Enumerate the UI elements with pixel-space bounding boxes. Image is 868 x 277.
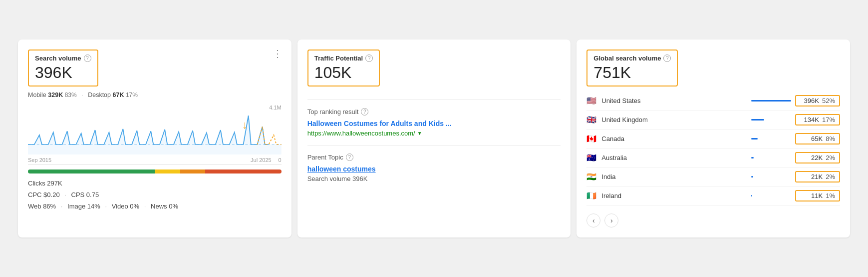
bar-green <box>28 170 155 174</box>
traffic-potential-card: Traffic Potential ? 105K Top ranking res… <box>297 40 571 238</box>
search-volume-card: ⋮ Search volume ? 396K Mobile 329K 83% ·… <box>18 40 291 238</box>
country-bar <box>751 100 791 102</box>
country-row: 🇮🇪 Ireland 11K 1% <box>586 186 840 206</box>
country-name: Australia <box>601 154 751 162</box>
search-volume-label: Search volume <box>35 54 81 62</box>
chart-end-date: Jul 2025 <box>251 157 272 163</box>
search-volume-value: 396K <box>35 64 91 82</box>
serp-color-bar <box>28 170 282 174</box>
country-pct: 17% <box>822 116 835 124</box>
clicks-row: Clicks 297K <box>28 180 282 187</box>
news-value: 0% <box>169 202 178 210</box>
search-volume-title: Search volume ? <box>35 54 91 62</box>
traffic-potential-value: 105K <box>314 64 373 82</box>
country-name: United States <box>601 97 751 104</box>
top-result-title[interactable]: Halloween Costumes for Adults and Kids .… <box>307 120 561 128</box>
country-row: 🇮🇳 India 21K 2% <box>586 168 840 186</box>
country-pct: 8% <box>826 135 835 142</box>
country-list: 🇺🇸 United States 396K 52% 🇬🇧 United King… <box>586 92 840 206</box>
web-label: Web <box>28 202 41 210</box>
cpc-label: CPC <box>28 191 41 198</box>
prev-page-button[interactable]: ‹ <box>586 214 600 228</box>
parent-topic-vol-value: 396K <box>352 175 367 182</box>
country-bar-wrap <box>751 157 791 158</box>
top-ranking-section-label: Top ranking result ? <box>307 108 561 116</box>
image-label: Image <box>67 202 85 210</box>
bar-orange-light <box>180 170 206 174</box>
cards-container: ⋮ Search volume ? 396K Mobile 329K 83% ·… <box>10 32 858 246</box>
country-row: 🇺🇸 United States 396K 52% <box>586 92 840 110</box>
device-breakdown: Mobile 329K 83% · Desktop 67K 17% <box>28 92 282 98</box>
bar-yellow <box>155 170 180 174</box>
global-search-help-icon[interactable]: ? <box>663 54 671 62</box>
desktop-value: 67K <box>113 92 124 98</box>
global-search-volume-label: Global search volume <box>593 54 661 62</box>
arrow-indicator: ↓ <box>242 118 248 132</box>
global-search-volume-card: Global search volume ? 751K 🇺🇸 United St… <box>577 40 850 238</box>
country-bar <box>751 119 764 120</box>
country-volume: 22K <box>811 154 823 162</box>
global-search-volume-title: Global search volume ? <box>593 54 671 62</box>
country-volume: 396K <box>804 97 819 104</box>
cpc-value: $0.20 <box>43 191 60 198</box>
country-bar-wrap <box>751 119 791 120</box>
country-flag: 🇨🇦 <box>586 135 597 143</box>
country-stats-box: 11K 1% <box>795 190 840 202</box>
country-flag: 🇦🇺 <box>586 154 597 162</box>
clicks-label: Clicks <box>28 180 45 187</box>
country-bar-wrap <box>751 195 791 196</box>
divider-2 <box>307 145 561 146</box>
traffic-potential-title: Traffic Potential ? <box>314 54 373 62</box>
desktop-pct-value: 17% <box>126 92 138 98</box>
parent-topic-vol-label: Search volume <box>307 175 351 182</box>
country-volume: 65K <box>811 135 823 142</box>
country-row: 🇨🇦 Canada 65K 8% <box>586 130 840 148</box>
country-row: 🇬🇧 United Kingdom 134K 17% <box>586 110 840 130</box>
parent-topic-link[interactable]: halloween costumes <box>307 165 561 173</box>
search-volume-help-icon[interactable]: ? <box>84 54 91 62</box>
country-stats-box: 65K 8% <box>795 133 840 144</box>
country-volume: 11K <box>811 192 823 200</box>
country-stats-box: 21K 2% <box>795 171 840 182</box>
country-stats-box: 396K 52% <box>795 95 840 106</box>
top-result-url-text: https://www.halloweencostumes.com/ <box>307 130 415 137</box>
country-flag: 🇺🇸 <box>586 97 597 105</box>
next-page-button[interactable]: › <box>604 214 618 228</box>
cpc-cps-row: CPC $0.20 · CPS 0.75 <box>28 191 282 198</box>
country-pct: 1% <box>826 192 835 200</box>
country-volume: 134K <box>804 116 819 124</box>
country-flag: 🇬🇧 <box>586 116 597 124</box>
country-bar-wrap <box>751 100 791 102</box>
search-trend-chart: 4.1M ↓ Sep 2015 Jul 2025 0 <box>28 104 282 164</box>
country-name: India <box>601 173 751 180</box>
web-value: 86% <box>43 202 56 210</box>
divider-1 <box>307 100 561 100</box>
country-pct: 52% <box>822 97 835 104</box>
content-type-row: Web 86% · Image 14% · Video 0% · News 0% <box>28 202 282 210</box>
parent-topic-volume: Search volume 396K <box>307 175 561 182</box>
top-ranking-help-icon[interactable]: ? <box>361 108 368 116</box>
country-flag: 🇮🇪 <box>586 192 597 200</box>
country-bar-wrap <box>751 138 791 140</box>
country-bar <box>751 195 752 196</box>
country-pct: 2% <box>826 173 835 180</box>
parent-topic-label: Parent Topic <box>307 154 343 161</box>
mobile-label: Mobile <box>28 92 46 98</box>
country-pct: 2% <box>826 154 835 162</box>
image-value: 14% <box>87 202 100 210</box>
cps-label: CPS <box>71 191 85 198</box>
country-bar <box>751 176 753 178</box>
country-stats-box: 22K 2% <box>795 152 840 164</box>
chart-start-date: Sep 2015 <box>28 157 51 163</box>
pagination-arrows: ‹ › <box>586 210 840 228</box>
top-result-url[interactable]: https://www.halloweencostumes.com/ ▼ <box>307 130 561 137</box>
traffic-potential-label: Traffic Potential <box>314 54 363 62</box>
parent-topic-section-label: Parent Topic ? <box>307 154 561 161</box>
country-bar <box>751 138 758 140</box>
parent-topic-help-icon[interactable]: ? <box>346 154 353 161</box>
search-volume-metric-box: Search volume ? 396K <box>28 50 98 86</box>
chart-zero-label: 0 <box>279 157 282 163</box>
traffic-potential-help-icon[interactable]: ? <box>365 54 373 62</box>
dropdown-arrow-icon[interactable]: ▼ <box>417 130 422 136</box>
more-options-button[interactable]: ⋮ <box>273 48 284 60</box>
